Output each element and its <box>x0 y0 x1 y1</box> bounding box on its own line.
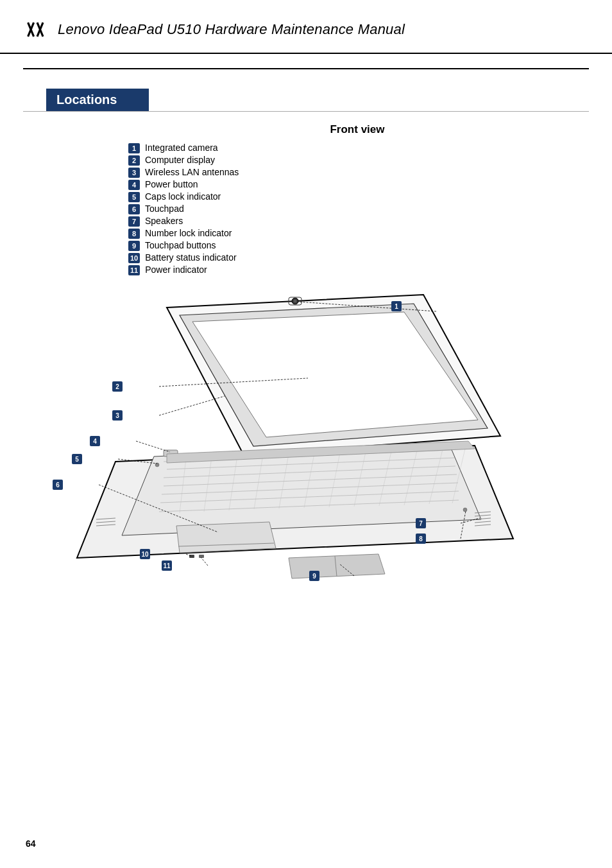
item-label: Integrated camera <box>145 143 218 153</box>
list-item: 7Speakers <box>128 216 612 227</box>
item-number: 9 <box>128 241 140 251</box>
list-item: 3Wireless LAN antennas <box>128 167 612 178</box>
list-item: 4Power button <box>128 179 612 190</box>
diagram-callout-2: 2 <box>112 381 123 392</box>
diagram-callout-11: 11 <box>162 560 172 571</box>
item-label: Touchpad buttons <box>145 240 216 250</box>
diagram-callout-4: 4 <box>90 436 100 446</box>
item-label: Caps lock indicator <box>145 191 221 202</box>
item-number: 8 <box>128 229 140 239</box>
svg-line-52 <box>159 396 225 415</box>
laptop-diagram: lenovo <box>19 282 577 616</box>
item-number: 5 <box>128 192 140 202</box>
item-label: Power button <box>145 179 198 189</box>
list-item: 1Integrated camera <box>128 143 612 153</box>
diagram-callout-8: 8 <box>416 534 426 544</box>
list-item: 6Touchpad <box>128 204 612 214</box>
list-item: 2Computer display <box>128 155 612 166</box>
list-item: 5Caps lock indicator <box>128 191 612 202</box>
item-label: Battery status indicator <box>145 252 236 263</box>
item-number: 3 <box>128 168 140 178</box>
svg-line-53 <box>136 441 170 452</box>
item-label: Touchpad <box>145 204 184 214</box>
page-header: Lenovo IdeaPad U510 Hardware Maintenance… <box>0 0 612 54</box>
list-item: 11Power indicator <box>128 265 612 275</box>
svg-rect-38 <box>199 555 204 558</box>
list-item: 8Number lock indicator <box>128 228 612 239</box>
logo <box>26 18 49 41</box>
diagram-callout-5: 5 <box>72 454 82 464</box>
item-label: Computer display <box>145 155 215 165</box>
list-item: 9Touchpad buttons <box>128 240 612 251</box>
item-number: 4 <box>128 180 140 190</box>
svg-point-8 <box>294 300 297 303</box>
svg-rect-37 <box>189 555 194 558</box>
item-number: 2 <box>128 155 140 166</box>
list-item: 10Battery status indicator <box>128 252 612 263</box>
item-number: 1 <box>128 143 140 153</box>
item-number: 10 <box>128 253 140 263</box>
subsection-title: Front view <box>103 123 612 136</box>
item-number: 11 <box>128 265 140 275</box>
svg-line-60 <box>201 557 208 566</box>
diagram-callout-10: 10 <box>140 549 150 559</box>
item-label: Speakers <box>145 216 183 226</box>
section-title: Locations <box>46 89 149 111</box>
item-label: Number lock indicator <box>145 228 232 238</box>
page-number: 64 <box>26 838 36 849</box>
diagram-callout-1: 1 <box>391 301 402 311</box>
item-label: Power indicator <box>145 265 207 275</box>
diagram-callout-3: 3 <box>112 410 123 421</box>
svg-point-36 <box>463 508 467 512</box>
item-list: 1Integrated camera2Computer display3Wire… <box>128 143 612 275</box>
laptop-illustration: lenovo <box>64 282 526 603</box>
svg-marker-32 <box>176 522 276 553</box>
diagram-callout-6: 6 <box>53 480 63 490</box>
manual-title: Lenovo IdeaPad U510 Hardware Maintenance… <box>58 21 405 38</box>
diagram-callout-9: 9 <box>309 571 319 581</box>
item-number: 7 <box>128 216 140 227</box>
item-number: 6 <box>128 204 140 214</box>
diagram-callout-7: 7 <box>416 518 426 528</box>
item-label: Wireless LAN antennas <box>145 167 239 177</box>
